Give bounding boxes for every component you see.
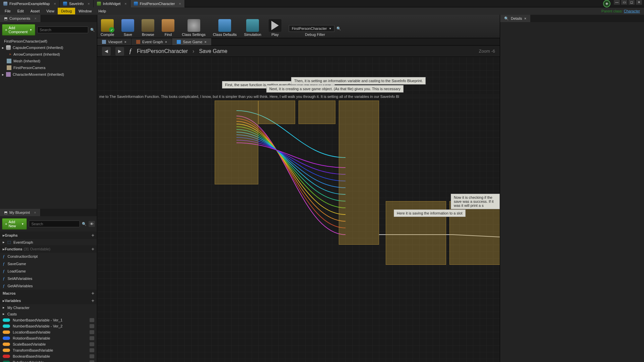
document-tab[interactable]: FirstPersonCharacter×: [130, 0, 185, 7]
graph-tab[interactable]: Event Graph×: [131, 38, 172, 45]
notification-icon[interactable]: ◈: [603, 0, 610, 7]
menu-help[interactable]: Help: [95, 8, 109, 14]
close-icon[interactable]: ×: [88, 2, 90, 6]
var-group[interactable]: ▸My Character: [0, 304, 97, 311]
add-graph-icon[interactable]: +: [92, 233, 94, 238]
variable-item[interactable]: RotationBasedVariable: [0, 335, 97, 341]
components-panel-tab[interactable]: ⬒Components×: [0, 15, 41, 22]
macros-category[interactable]: Macros+: [0, 290, 97, 297]
document-tab[interactable]: SaveInfo×: [60, 0, 94, 7]
browse-button[interactable]: Browse: [142, 19, 154, 38]
function-item[interactable]: ƒConstructionScript: [0, 253, 97, 260]
variable-item[interactable]: TransformBasedVariable: [0, 347, 97, 353]
visibility-icon[interactable]: [90, 330, 94, 334]
debug-filter-select[interactable]: FirstPersonCharacter▼: [289, 25, 334, 32]
components-search-input[interactable]: [37, 26, 88, 33]
function-item[interactable]: ƒGetAllVariables: [0, 282, 97, 290]
minimize-button[interactable]: —: [614, 0, 620, 5]
graph-tab[interactable]: Viewport×: [97, 38, 131, 45]
graph-tab[interactable]: Save Game×: [172, 38, 212, 45]
visibility-icon[interactable]: [90, 336, 94, 340]
visibility-icon[interactable]: [90, 342, 94, 346]
comment-box[interactable]: [299, 101, 335, 124]
component-item[interactable]: ArrowComponent (Inherited): [0, 51, 97, 58]
nav-fwd-button[interactable]: ►: [115, 47, 124, 56]
close-icon[interactable]: ×: [34, 16, 36, 20]
var-group[interactable]: ▸Casts: [0, 311, 97, 317]
visibility-icon[interactable]: [90, 354, 94, 358]
close-icon[interactable]: ×: [204, 40, 206, 44]
function-item[interactable]: ƒLoadGame: [0, 267, 97, 275]
myblueprint-panel-tab[interactable]: ⬒My Blueprint×: [0, 209, 41, 216]
close-icon[interactable]: ×: [124, 2, 126, 6]
menu-file[interactable]: File: [1, 8, 14, 14]
find-button[interactable]: Find: [162, 19, 174, 38]
visibility-icon[interactable]: [90, 348, 94, 352]
close-icon[interactable]: ×: [524, 16, 526, 20]
simulation-button[interactable]: Simulation: [244, 19, 261, 38]
function-item[interactable]: ƒSetAllVariables: [0, 275, 97, 282]
save-button[interactable]: Save: [121, 19, 134, 38]
function-item[interactable]: ƒSaveGame: [0, 260, 97, 267]
comment-box[interactable]: [215, 101, 258, 184]
component-item[interactable]: FirstPersonCharacter(self): [0, 38, 97, 44]
component-item[interactable]: FirstPersonCamera: [0, 64, 97, 71]
visibility-icon[interactable]: [90, 360, 94, 362]
nav-back-button[interactable]: ◄: [102, 47, 111, 56]
visibility-icon[interactable]: [90, 324, 94, 328]
close-icon[interactable]: ×: [34, 210, 36, 215]
document-tab[interactable]: InfoWidget×: [94, 0, 130, 7]
breadcrumb-a[interactable]: FirstPersonCharacter: [137, 48, 188, 54]
variable-item[interactable]: LocationBasedVariable: [0, 329, 97, 335]
menu-asset[interactable]: Asset: [27, 8, 43, 14]
eventgraph-item[interactable]: ▸⬚EventGraph: [0, 239, 97, 245]
document-tab[interactable]: FirstPersonExampleMap×: [0, 0, 60, 7]
view-options-icon[interactable]: 👁: [89, 221, 95, 227]
component-item[interactable]: ▸CapsuleComponent (Inherited): [0, 44, 97, 51]
parent-class-link[interactable]: Character: [624, 9, 640, 13]
close-icon[interactable]: ×: [179, 2, 181, 6]
add-new-button[interactable]: +Add New▼: [2, 218, 27, 230]
myblueprint-search-input[interactable]: [29, 221, 80, 227]
play-button[interactable]: Play: [269, 19, 281, 38]
maximize-button[interactable]: ◻: [629, 0, 635, 5]
variable-item[interactable]: NumberBasedVariable - Ver_1: [0, 317, 97, 323]
add-function-icon[interactable]: +: [92, 246, 94, 252]
variable-pill-icon: [3, 343, 10, 346]
variable-item[interactable]: ByteBasedVariable: [0, 359, 97, 362]
restore-button[interactable]: ▭: [621, 0, 627, 5]
add-macro-icon[interactable]: +: [92, 291, 94, 296]
variable-item[interactable]: BooleanBasedVariable: [0, 353, 97, 359]
details-panel-tab[interactable]: 🔍Details×: [500, 15, 530, 22]
close-button[interactable]: ✕: [636, 0, 642, 5]
class-defaults-button[interactable]: Class Defaults: [213, 19, 237, 38]
menu-debug[interactable]: Debug: [58, 8, 75, 14]
function-icon: ƒ: [3, 283, 5, 289]
variable-item[interactable]: ScaleBasedVariable: [0, 341, 97, 347]
function-icon: ƒ: [3, 254, 5, 259]
menu-window[interactable]: Window: [75, 8, 95, 14]
add-variable-icon[interactable]: +: [92, 298, 94, 303]
menu-edit[interactable]: Edit: [14, 8, 27, 14]
search-icon[interactable]: 🔍: [336, 26, 341, 31]
annotation: Then, it is setting an information varia…: [291, 77, 426, 84]
variables-category[interactable]: ▸Variables+: [0, 297, 97, 304]
add-component-button[interactable]: +Add Component▼: [2, 24, 35, 36]
comment-box[interactable]: [258, 101, 295, 124]
functions-category[interactable]: ▸Functions(31 Overridable)+: [0, 245, 97, 253]
variable-item[interactable]: NumberBasedVariable - Ver_2: [0, 323, 97, 329]
graphs-category[interactable]: ▸Graphs+: [0, 232, 97, 239]
close-icon[interactable]: ×: [54, 2, 56, 6]
compile-button[interactable]: Compile: [101, 19, 114, 38]
def-icon: [218, 19, 231, 32]
close-icon[interactable]: ×: [165, 40, 167, 44]
graph-canvas[interactable]: me to The SaveInformation Function. This…: [97, 57, 500, 362]
comment-box[interactable]: [339, 101, 379, 245]
visibility-icon[interactable]: [90, 318, 94, 322]
menu-view[interactable]: View: [43, 8, 58, 14]
component-item[interactable]: ▸CharacterMovement (Inherited): [0, 71, 97, 78]
close-icon[interactable]: ×: [124, 40, 126, 44]
breadcrumb-b[interactable]: Save Game: [199, 48, 227, 54]
class-settings-button[interactable]: Class Settings: [182, 19, 205, 38]
component-item[interactable]: Mesh (Inherited): [0, 58, 97, 64]
